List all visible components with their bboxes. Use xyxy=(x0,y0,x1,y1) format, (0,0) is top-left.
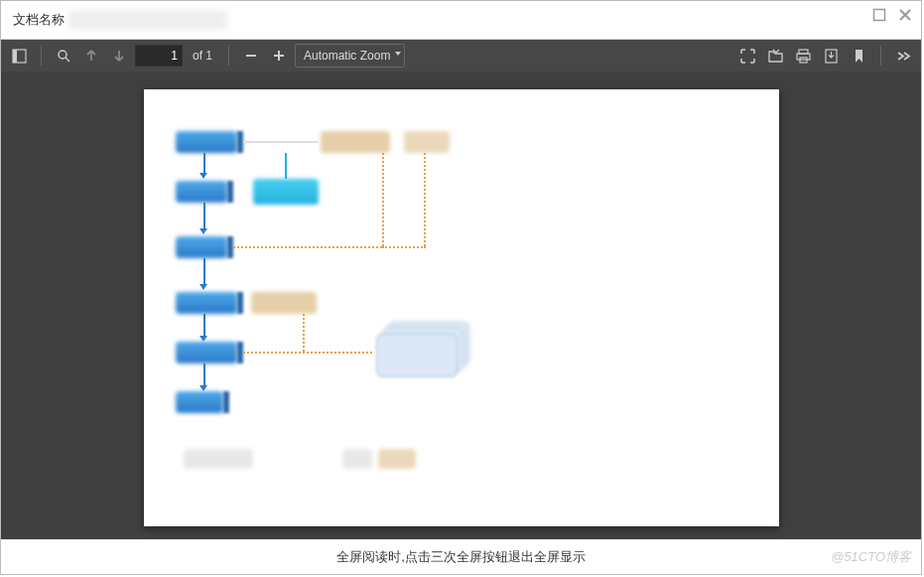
watermark: @51CTO博客 xyxy=(831,548,911,566)
flow-node xyxy=(223,391,229,413)
print-icon[interactable] xyxy=(791,44,815,68)
chevron-down-icon xyxy=(395,52,401,56)
connector xyxy=(203,363,205,385)
connector xyxy=(203,258,205,284)
close-icon[interactable] xyxy=(895,5,915,25)
datastore-icon xyxy=(376,334,458,377)
download-icon[interactable] xyxy=(819,44,843,68)
flow-node xyxy=(176,342,237,363)
flow-node xyxy=(176,236,227,258)
maximize-icon[interactable] xyxy=(869,5,889,25)
titlebar: 文档名称 xyxy=(1,1,921,40)
connector xyxy=(285,153,287,179)
svg-line-4 xyxy=(66,58,69,62)
flow-node xyxy=(321,131,390,153)
flow-node xyxy=(237,292,243,314)
pdf-toolbar: of 1 Automatic Zoom xyxy=(1,40,921,72)
arrow-down-icon xyxy=(199,173,207,179)
flow-node xyxy=(176,131,237,153)
zoom-label: Automatic Zoom xyxy=(304,49,390,63)
legend-item xyxy=(184,449,253,469)
window-controls xyxy=(869,5,915,25)
flow-node xyxy=(176,391,223,413)
footer-hint: 全屏阅读时,点击三次全屏按钮退出全屏显示 xyxy=(336,548,586,566)
arrow-down-icon xyxy=(199,228,207,234)
flow-node xyxy=(253,179,319,205)
flow-node xyxy=(404,131,450,153)
flow-node xyxy=(176,292,237,314)
svg-point-3 xyxy=(59,51,66,59)
connector xyxy=(203,314,205,336)
svg-rect-9 xyxy=(797,54,810,60)
connector-dotted xyxy=(424,153,426,246)
window: 文档名称 of 1 xyxy=(0,0,922,575)
arrow-down-icon xyxy=(199,284,207,290)
sidebar-toggle-icon[interactable] xyxy=(7,44,31,68)
search-icon[interactable] xyxy=(52,44,75,68)
pdf-page xyxy=(144,89,779,526)
flow-node xyxy=(176,181,227,203)
flow-node xyxy=(251,292,317,314)
zoom-out-icon[interactable] xyxy=(239,44,263,68)
footer: 全屏阅读时,点击三次全屏按钮退出全屏显示 @51CTO博客 xyxy=(1,539,921,574)
viewer-area[interactable] xyxy=(1,72,921,539)
connector-dotted xyxy=(382,153,384,246)
connector xyxy=(203,203,205,228)
page-count-label: of 1 xyxy=(193,49,212,63)
zoom-dropdown[interactable]: Automatic Zoom xyxy=(295,44,405,68)
next-page-icon[interactable] xyxy=(107,44,131,68)
connector-dotted xyxy=(243,352,372,354)
window-title: 文档名称 xyxy=(13,11,65,29)
svg-rect-2 xyxy=(13,50,17,63)
connector-dotted xyxy=(303,314,305,352)
svg-rect-0 xyxy=(874,10,885,21)
tools-menu-icon[interactable] xyxy=(891,44,915,68)
legend-item xyxy=(378,449,416,469)
presentation-icon[interactable] xyxy=(735,44,759,68)
open-file-icon[interactable] xyxy=(763,44,787,68)
connector xyxy=(203,153,205,173)
page-number-input[interactable] xyxy=(135,45,183,67)
legend-item xyxy=(342,449,372,469)
prev-page-icon[interactable] xyxy=(79,44,103,68)
zoom-in-icon[interactable] xyxy=(267,44,291,68)
title-blurred-text xyxy=(68,10,227,30)
bookmark-icon[interactable] xyxy=(847,44,870,68)
connector-dotted xyxy=(233,246,382,248)
connector xyxy=(243,141,318,143)
flow-node xyxy=(227,181,233,203)
connector-dotted xyxy=(382,246,426,248)
